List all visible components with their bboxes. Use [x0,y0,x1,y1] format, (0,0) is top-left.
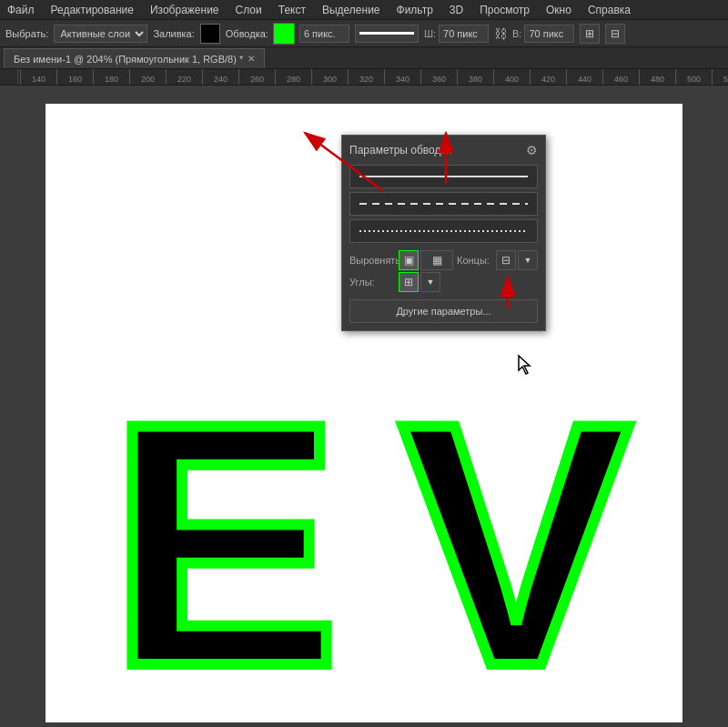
align-inside-btn[interactable]: ▣ [399,250,419,270]
ends-options: ⊟ ▼ [496,250,538,270]
ruler-tick-460: 460 [602,69,639,86]
letter-v: V [400,372,631,718]
menu-edit[interactable]: Редактирование [47,2,137,18]
document-tab[interactable]: Без имени-1 @ 204% (Прямоугольник 1, RGB… [4,48,265,68]
stroke-label: Обводка: [226,28,268,39]
ruler-tick-380: 380 [457,69,493,86]
dashed-line-preview [359,203,528,205]
ruler-tick-520: 520 [712,69,728,86]
ruler-tick-180: 180 [93,69,129,86]
height-input[interactable] [524,25,574,43]
ruler-tick-220: 220 [166,69,202,86]
tab-bar: Без имени-1 @ 204% (Прямоугольник 1, RGB… [0,47,728,69]
popup-corners-row: Углы: ⊞ ▼ [349,272,538,292]
solid-line-preview [359,176,528,177]
dotted-line-preview [359,230,528,232]
more-options-label: Другие параметры... [396,306,490,317]
fill-swatch[interactable] [200,24,220,44]
menu-layers[interactable]: Слои [232,2,266,18]
ruler-tick-200: 200 [129,69,166,86]
menu-window[interactable]: Окно [542,2,575,18]
arrange-btn[interactable]: ⊟ [605,24,625,44]
ruler-ticks: 140 160 180 200 220 240 260 280 300 320 … [20,69,728,86]
corners-row-label: Углы: [349,277,395,288]
height-group: В: [512,25,574,43]
fill-label: Заливка: [153,28,194,39]
more-options-button[interactable]: Другие параметры... [349,299,538,323]
stroke-style-preview[interactable] [355,25,419,43]
menu-view[interactable]: Просмотр [476,2,533,18]
ruler-tick-360: 360 [420,69,457,86]
stroke-color-swatch[interactable] [274,24,294,44]
corners-miter-btn[interactable]: ⊞ [399,272,419,292]
height-label: В: [512,28,521,39]
menu-filter[interactable]: Фильтр [393,2,437,18]
corners-chevron-icon: ▼ [420,272,440,292]
width-input[interactable] [439,25,489,43]
menu-image[interactable]: Изображение [147,2,223,18]
link-icon[interactable]: ⛓ [494,26,507,41]
ruler-tick-340: 340 [384,69,420,86]
tab-close-button[interactable]: ✕ [248,54,255,64]
ruler-tick-320: 320 [348,69,384,86]
menu-text[interactable]: Текст [275,2,309,18]
stroke-size-input[interactable] [299,25,349,43]
menu-3d[interactable]: 3D [446,2,467,18]
align-btn[interactable]: ⊞ [580,24,600,44]
align-row-label: Выровнять: [349,255,395,266]
ruler-tick-240: 240 [202,69,238,86]
ruler-corner [0,69,18,86]
gear-icon[interactable]: ⚙ [526,143,538,157]
corners-options: ⊞ ▼ [399,272,440,292]
letter-e: E [109,372,339,718]
ruler-tick-440: 440 [566,69,602,86]
popup-title: Параметры обводки [349,144,451,157]
stroke-option-dashed[interactable] [349,192,538,216]
horizontal-ruler: 140 160 180 200 220 240 260 280 300 320 … [0,69,728,86]
tab-title: Без имени-1 @ 204% (Прямоугольник 1, RGB… [14,54,243,65]
menu-file[interactable]: Файл [4,2,38,18]
ruler-tick-160: 160 [56,69,93,86]
ends-butt-btn[interactable]: ⊟ [496,250,516,270]
menu-select[interactable]: Выделение [318,2,384,18]
menu-bar: Файл Редактирование Изображение Слои Тек… [0,0,728,20]
popup-align-row: Выровнять: ▣ ▦ Концы: ⊟ ▼ [349,250,538,270]
menu-help[interactable]: Справка [584,2,634,18]
ruler-tick-260: 260 [238,69,275,86]
canvas-area[interactable]: E V Параметры обводки ⚙ Выровнять: ▣ ▦ К… [0,86,728,727]
toolbar: Выбрать: Активные слои Заливка: Обводка:… [0,20,728,47]
stroke-line-preview [359,32,414,35]
ends-chevron-icon: ▼ [518,250,538,270]
select-label: Выбрать: [5,28,48,39]
ruler-tick-480: 480 [639,69,675,86]
align-center-btn[interactable]: ▦ [420,250,453,270]
align-options: ▣ ▦ [399,250,453,270]
width-label: Ш: [424,28,436,39]
ruler-tick-400: 400 [493,69,530,86]
ruler-tick-300: 300 [311,69,348,86]
popup-header: Параметры обводки ⚙ [349,143,538,157]
width-group: Ш: [424,25,489,43]
ruler-tick-280: 280 [275,69,311,86]
ends-row-label: Концы: [457,255,492,266]
stroke-options-popup: Параметры обводки ⚙ Выровнять: ▣ ▦ Концы… [341,135,546,331]
stroke-option-solid[interactable] [349,165,538,188]
layers-select[interactable]: Активные слои [54,25,147,43]
ruler-tick-500: 500 [675,69,712,86]
stroke-option-dotted[interactable] [349,219,538,243]
ruler-tick-420: 420 [530,69,566,86]
ruler-tick-140: 140 [20,69,56,86]
